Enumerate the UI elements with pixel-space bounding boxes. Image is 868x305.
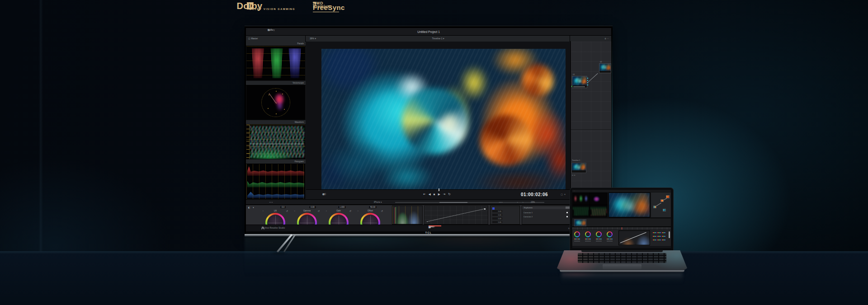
prev-clip-icon[interactable]: ‹ — [517, 201, 518, 203]
mini-wheel-values — [585, 241, 591, 241]
wheel-mode-icon[interactable]: ▫ — [294, 210, 295, 212]
stop-button[interactable]: ■ — [434, 192, 438, 196]
gallery-header[interactable]: ◫ Master — [246, 36, 306, 42]
channel-value[interactable]: 1.00 — [492, 217, 502, 220]
palette-mode-icon[interactable]: ◧ — [248, 206, 251, 209]
transport-bar: ✎ ▾ ◎ ◄) ⇤◀■▶⇥↻ 01:00:02:06 ▢× — [306, 189, 571, 199]
app-name: DaVinci Resolve Studio — [261, 226, 285, 229]
still-play-icons: ⊳ ⊳ — [572, 174, 576, 176]
wheel-mode-icon[interactable]: ▫ — [326, 210, 327, 212]
correction-node[interactable] — [572, 76, 587, 88]
mini-wheel-values — [607, 239, 613, 239]
step-back-button[interactable]: ◀ — [429, 192, 434, 196]
palette-histogram — [392, 206, 423, 225]
next-clip-icon[interactable]: › — [523, 201, 524, 203]
adjustment-tint[interactable]: Tint 0.00 — [309, 206, 312, 208]
wheel-mode-icon[interactable]: ▫ — [358, 210, 359, 212]
node-label: 01 — [573, 73, 575, 75]
clip-scroll-bar[interactable] — [395, 202, 544, 203]
adjustment-contrast[interactable]: Contrast 1.000 — [338, 206, 346, 208]
timeline-zoom-value: 23% — [531, 201, 535, 203]
page-tab-deliver[interactable]: ↥Deliver — [429, 225, 441, 225]
node-output-dots — [587, 78, 588, 79]
dolby-vision-badge: Dolby DOLBY VISION GAMMING — [250, 6, 307, 25]
node-label: 02 — [600, 61, 602, 63]
go-last-frame-button[interactable]: ⇥ — [443, 192, 448, 196]
page-bar: DaVinci Resolve Studio ▤Media ▞Cut ▥Edit… — [246, 225, 611, 231]
wheel-label: Gamma — [303, 210, 311, 212]
paint-texture — [609, 193, 650, 217]
blue-channel-swatch[interactable] — [492, 207, 495, 210]
parade-streak-texture — [246, 46, 305, 80]
play-button[interactable]: ▶ — [438, 192, 443, 196]
mini-wheel-values — [607, 241, 613, 241]
caret-down-icon: ▾ — [443, 37, 444, 40]
gamma-color-wheel[interactable] — [297, 213, 317, 225]
adjustment-value[interactable]: 0.0 — [280, 206, 286, 208]
go-first-frame-button[interactable]: ⇤ — [423, 192, 428, 196]
timeline-still-thumbnail[interactable] — [571, 163, 586, 173]
curves-orange-hump — [621, 235, 635, 245]
wheel-label: Gain — [336, 210, 341, 212]
channel-value[interactable]: 1.00 — [492, 210, 502, 212]
paint-texture — [572, 163, 586, 170]
dolby-caption: DOLBY VISION GAMMING — [250, 8, 295, 10]
scope-gridlines — [246, 164, 305, 199]
reset-icon[interactable]: ↺ — [381, 210, 383, 212]
scope-pager-dots[interactable]: ▪ ▪ ▪ — [269, 201, 273, 203]
output-node[interactable] — [599, 63, 611, 73]
mini-node — [653, 206, 656, 208]
gain-color-wheel[interactable] — [329, 213, 349, 225]
adjustment-value[interactable]: 50.00 — [369, 206, 377, 208]
adjustment-value[interactable]: 1.000 — [338, 206, 346, 208]
clip-format-label: iPhone — [374, 201, 380, 203]
paint-texture — [575, 220, 586, 226]
node-thumbnail — [599, 64, 611, 71]
curve-point[interactable] — [484, 208, 486, 210]
reset-icon[interactable]: ↺ — [349, 210, 351, 212]
resolve-panel-headers: ◫ Master 38% ▾ Timeline 1 ▾ ≡ ⋯ — [246, 36, 611, 42]
curves-panel[interactable] — [424, 206, 488, 225]
node-thumbnail — [572, 76, 587, 85]
node-label-bar — [573, 86, 585, 87]
keyframe-row[interactable]: Corrector 1 — [524, 211, 533, 214]
laptop-trackpad — [603, 264, 642, 269]
reset-icon[interactable]: ↺ — [318, 210, 320, 212]
laptop-screen: ⋯ — [570, 188, 674, 250]
lift-color-wheel[interactable] — [265, 213, 285, 225]
playhead-marker[interactable] — [439, 188, 439, 191]
channel-value[interactable]: 1.00 — [492, 221, 502, 223]
histogram-red-line — [395, 207, 395, 224]
loop-button[interactable]: ↻ — [448, 192, 453, 196]
mini-color-wheel — [596, 231, 602, 237]
laptop-titlebar: ⋯ — [572, 190, 671, 192]
mini-color-wheel — [585, 231, 591, 237]
scope-header[interactable]: Histogram — [246, 160, 306, 164]
node-panel-divider — [571, 129, 611, 130]
laptop-front-edge — [560, 270, 684, 272]
timeline-dropdown[interactable]: Timeline 1 ▾ — [306, 36, 570, 42]
paint-texture — [599, 64, 611, 71]
mini-color-wheel — [607, 231, 613, 237]
clip-format-dropdown[interactable]: iPhone ▾ — [374, 201, 382, 203]
node-graph-panel: 01 02 — [571, 42, 611, 199]
adjustment-value[interactable]: 0.00 — [309, 206, 316, 208]
offset-color-wheel[interactable] — [360, 213, 380, 225]
scope-header[interactable]: Waveform — [246, 120, 306, 125]
curve-line[interactable] — [427, 208, 485, 222]
adjustment-saturation[interactable]: Sat 50.00 — [369, 206, 372, 208]
keyframe-row[interactable]: Corrector 2 — [524, 216, 533, 218]
caret-down-icon[interactable]: ▾ — [253, 206, 255, 209]
viewer-panel: ✎ ▾ ◎ ◄) ⇤◀■▶⇥↻ 01:00:02:06 ▢× — [306, 42, 571, 199]
adjustment-temp[interactable]: Temp 0.0 — [280, 206, 285, 208]
scope-header[interactable]: Parade — [246, 42, 306, 46]
node-connection-line — [588, 73, 598, 83]
wheel-mode-icon[interactable]: ▫ — [263, 210, 264, 212]
channel-value[interactable]: 1.00 — [492, 214, 502, 216]
channel-values-panel: ⊕ 1.00 1.00 1.00 1.00 — [490, 206, 520, 225]
scope-header[interactable]: Vectorscope — [246, 81, 306, 85]
reset-icon[interactable]: ↺ — [286, 210, 288, 212]
laptop-floor-reflection — [561, 273, 683, 284]
timeline-option-dots[interactable]: ▪ ▪ ▪ — [499, 201, 502, 203]
nodes-header[interactable]: ≡ ⋯ — [571, 36, 611, 42]
